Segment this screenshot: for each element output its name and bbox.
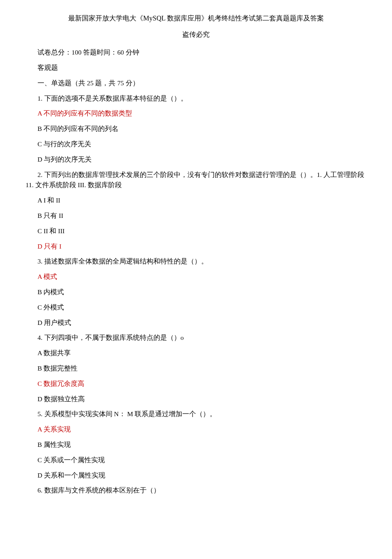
q2-option-d: D 只有 I [26,241,366,252]
q2-option-c: C II 和 III [26,226,366,237]
q1-stem: 1. 下面的选项不是关系数据库基本特征的是（）。 [26,93,366,104]
q5-stem: 5. 关系模型中实现实体间 N： M 联系是通过增加一个（）。 [26,409,366,420]
q3-option-c: C 外模式 [26,302,366,313]
q4-option-b: B 数据完整性 [26,363,366,374]
q1-option-c: C 与行的次序无关 [26,139,366,150]
q5-option-b: B 属性实现 [26,440,366,450]
q3-option-d: D 用户模式 [26,318,366,328]
q3-option-a: A 模式 [26,272,366,282]
q3-stem: 3. 描述数据库全体数据的全局逻辑结构和特性的是（）。 [26,256,366,267]
q5-option-c: C 关系或一个属性实现 [26,455,366,466]
q5-option-a: A 关系实现 [26,424,366,435]
q6-stem: 6. 数据库与文件系统的根本区别在于（） [26,485,366,496]
q4-stem: 4. 下列四项中，不属于数据库系统特点的是（）o [26,333,366,343]
document-title: 最新国家开放大学电大《MySQL 数据库应用》机考终结性考试第二套真题题库及答案 [26,13,366,24]
q4-option-a: A 数据共享 [26,348,366,359]
q1-option-d: D 与列的次序无关 [26,154,366,165]
q3-option-b: B 内模式 [26,287,366,298]
q1-option-b: B 不同的列应有不同的列名 [26,124,366,134]
exam-info: 试卷总分：100 答题时间：60 分钟 [26,47,366,58]
document-subtitle: 盗传必究 [26,29,366,40]
q2-option-b: B 只有 II [26,211,366,221]
q5-option-d: D 关系和一个属性实现 [26,470,366,481]
q2-option-a: A I 和 II [26,195,366,206]
q2-stem: 2. 下而列出的数据库管理技术发展的三个阶段中，没有专门的软件对数据进行管理的是… [26,170,366,191]
section-objective: 客观题 [26,63,366,73]
section-single-choice: 一、单选题（共 25 题，共 75 分） [26,78,366,89]
q1-option-a: A 不同的列应有不同的数据类型 [26,108,366,119]
q4-option-c: C 数据冗余度高 [26,379,366,389]
q4-option-d: D 数据独立性高 [26,394,366,405]
